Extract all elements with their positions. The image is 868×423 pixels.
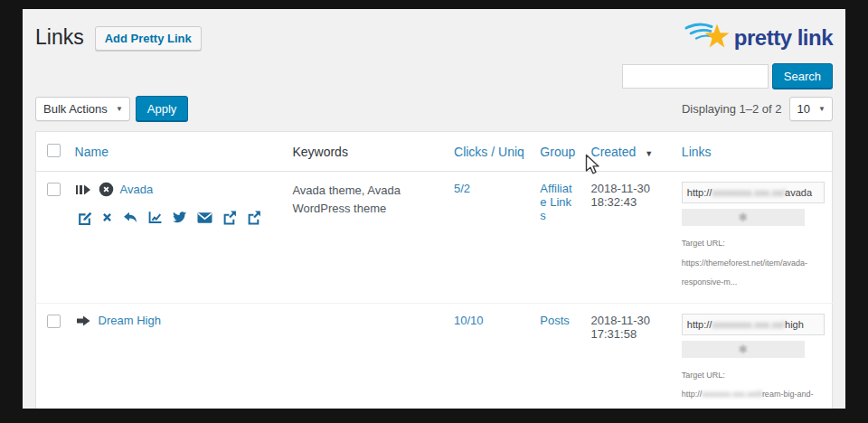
url-slug: avada — [785, 187, 812, 198]
url-prefix: http:// — [687, 319, 712, 330]
select-all-checkbox[interactable] — [47, 144, 61, 157]
topbar: Links Add Pretty Link pretty link — [35, 9, 833, 55]
keywords-cell: Avada theme, Avada WordPress theme — [285, 172, 447, 304]
external-link-icon-2[interactable] — [246, 210, 262, 225]
bars-arrow-icon — [75, 183, 92, 197]
share-icon: ✱ — [738, 211, 748, 224]
target-url-value: http:// — [682, 390, 703, 399]
links-table: Name Keywords Clicks / Uniq Group Create… — [35, 131, 833, 409]
sort-desc-icon: ▼ — [645, 149, 653, 158]
row-actions — [77, 210, 278, 225]
share-icon: ✱ — [738, 343, 748, 356]
group-link[interactable]: Posts — [540, 314, 570, 327]
column-header-created-label[interactable]: Created — [591, 145, 637, 159]
target-url-text: Target URL: https://themeforest.net/item… — [682, 234, 825, 293]
target-url-label: Target URL: — [682, 239, 725, 248]
column-header-links[interactable]: Links — [675, 132, 833, 172]
external-link-icon[interactable] — [222, 210, 238, 225]
url-slug: high — [785, 319, 804, 330]
pretty-link-logo: pretty link — [684, 21, 833, 55]
add-pretty-link-button[interactable]: Add Pretty Link — [95, 26, 202, 51]
bulk-actions-group: Bulk Actions ▼ Apply — [35, 96, 188, 121]
link-name-avada[interactable]: Avada — [120, 183, 154, 196]
pretty-url-field[interactable]: http://xxxxxxxx.xxx.xx/high — [682, 314, 825, 335]
url-blurred-domain: xxxxxxxx.xxx.xx/ — [712, 187, 785, 198]
chevron-down-icon: ▼ — [818, 105, 826, 113]
table-row-avada: Avada — [36, 172, 833, 304]
link-name-dream-high[interactable]: Dream High — [99, 314, 161, 327]
bulk-actions-select[interactable]: Bulk Actions ▼ — [35, 97, 130, 121]
pretty-url-field[interactable]: http://xxxxxxxx.xxx.xx/avada — [682, 182, 825, 203]
created-cell: 2018-11-30 17:31:58 — [584, 303, 675, 409]
target-url-blurred: xxxxxxx.xxx.xx/d — [702, 390, 762, 399]
clicks-link[interactable]: 5/2 — [454, 182, 470, 195]
social-share-bar[interactable]: ✱ — [682, 341, 805, 358]
pretty-link-page: Links Add Pretty Link pretty link — [23, 9, 845, 409]
per-page-value: 10 — [797, 102, 810, 116]
apply-button[interactable]: Apply — [136, 96, 189, 121]
controls-row: Bulk Actions ▼ Apply Displaying 1–2 of 2… — [35, 96, 833, 121]
name-cell: Dream High — [75, 314, 278, 328]
circle-x-icon — [99, 182, 114, 197]
screen-frame: Links Add Pretty Link pretty link — [0, 0, 868, 423]
social-share-bar[interactable]: ✱ — [682, 209, 805, 226]
column-header-created[interactable]: Created ▼ — [584, 132, 675, 172]
bulk-actions-label: Bulk Actions — [43, 102, 108, 116]
delete-x-icon[interactable] — [100, 211, 114, 224]
reset-arrow-icon[interactable] — [122, 210, 138, 225]
name-cell: Avada — [75, 182, 278, 197]
logo-text: pretty link — [734, 25, 833, 51]
group-link[interactable]: Affiliate Links — [540, 182, 571, 222]
created-cell: 2018-11-30 18:32:43 — [584, 172, 675, 304]
logo-star-swoosh-icon — [684, 21, 732, 55]
pagination-top: Displaying 1–2 of 2 10 ▼ — [682, 97, 833, 121]
column-header-name[interactable]: Name — [68, 132, 286, 172]
search-input[interactable] — [622, 64, 769, 89]
stats-chart-icon[interactable] — [146, 210, 163, 225]
twitter-icon[interactable] — [171, 210, 188, 225]
edit-icon[interactable] — [77, 210, 92, 225]
keywords-cell — [285, 303, 447, 409]
url-prefix: http:// — [687, 187, 712, 198]
clicks-link[interactable]: 10/10 — [454, 314, 484, 327]
column-header-clicks[interactable]: Clicks / Uniq — [447, 132, 533, 172]
links-cell: http://xxxxxxxx.xxx.xx/avada ✱ Target UR… — [675, 172, 833, 304]
target-url-value: https://themeforest.net/item/avada-respo… — [682, 258, 807, 287]
target-url-label: Target URL: — [682, 371, 725, 380]
page-title: Links — [35, 24, 84, 52]
table-row-dream-high: Dream High 10/10 Posts 2018-11-30 17:31:… — [36, 303, 833, 409]
chevron-down-icon: ▼ — [116, 105, 123, 113]
links-cell: http://xxxxxxxx.xxx.xx/high ✱ Target URL… — [675, 303, 833, 409]
search-row: Search — [35, 63, 833, 89]
url-blurred-domain: xxxxxxxx.xxx.xx/ — [712, 319, 785, 330]
row-checkbox[interactable] — [47, 183, 61, 196]
arrow-right-icon — [75, 314, 92, 328]
displaying-count: Displaying 1–2 of 2 — [682, 102, 782, 116]
search-button[interactable]: Search — [772, 63, 833, 89]
row-checkbox[interactable] — [47, 315, 61, 328]
column-header-group[interactable]: Group — [533, 132, 583, 172]
target-url-text: Target URL: http://xxxxxxx.xxx.xx/dream-… — [682, 366, 825, 409]
email-icon[interactable] — [196, 211, 213, 225]
per-page-select[interactable]: 10 ▼ — [789, 97, 833, 121]
table-header: Name Keywords Clicks / Uniq Group Create… — [36, 132, 833, 172]
column-header-keywords: Keywords — [285, 132, 447, 172]
